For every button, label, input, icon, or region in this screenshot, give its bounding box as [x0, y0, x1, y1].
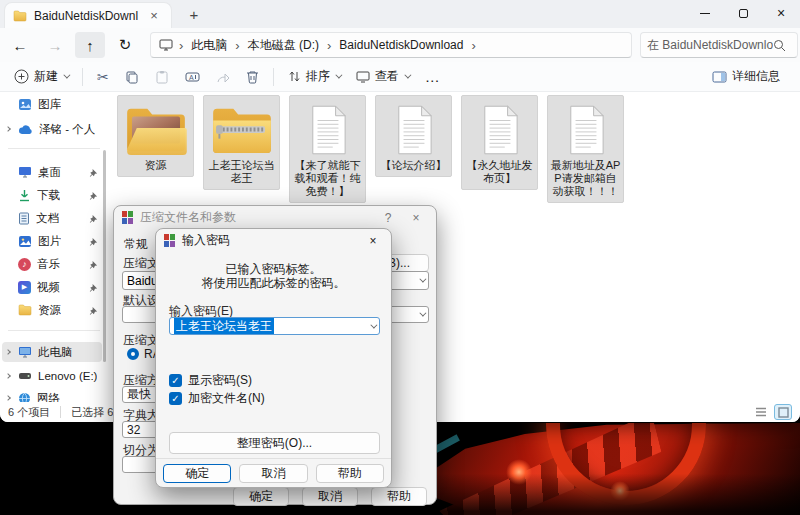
minimize-button[interactable]	[686, 0, 724, 26]
cut-button[interactable]: ✂	[89, 65, 117, 89]
back-button[interactable]: ←	[5, 32, 35, 58]
rename-button[interactable]: A	[177, 65, 208, 89]
expander-icon[interactable]	[5, 373, 11, 379]
minimize-icon	[700, 13, 710, 14]
rar-cancel-button[interactable]: 取消	[302, 487, 358, 506]
password-close-button[interactable]: ×	[361, 231, 385, 250]
folder-icon	[18, 304, 32, 316]
breadcrumb-separator: ›	[233, 38, 241, 53]
sidebar-item-music[interactable]: ♪ 音乐	[2, 254, 102, 274]
copy-button[interactable]	[117, 65, 147, 89]
sidebar-item-desktop[interactable]: 桌面	[2, 162, 102, 182]
sidebar-item-onedrive[interactable]: 泽铭 - 个人	[2, 119, 102, 139]
maximize-icon	[739, 9, 748, 18]
details-view-toggle[interactable]	[752, 404, 770, 420]
breadcrumb-separator: ›	[325, 38, 333, 53]
rar-ok-button[interactable]: 确定	[233, 487, 289, 506]
sidebar-item-label: 此电脑	[38, 345, 73, 360]
rar-tab-general[interactable]: 常规	[124, 236, 148, 253]
details-pane-button[interactable]: 详细信息	[704, 65, 788, 89]
delete-button[interactable]	[238, 65, 267, 89]
status-divider	[60, 406, 61, 418]
desktop-icon	[18, 166, 32, 178]
method-value: 最快	[127, 386, 151, 403]
share-button[interactable]	[208, 65, 238, 89]
sidebar-item-label: 下载	[37, 188, 60, 203]
expander-icon[interactable]	[5, 395, 11, 401]
maximize-button[interactable]	[724, 0, 762, 26]
rar-help-button-bottom[interactable]: 帮助	[371, 487, 427, 506]
file-tile-ziyuan[interactable]: 资源	[117, 95, 194, 177]
sidebar-item-pictures[interactable]: 图片	[2, 231, 102, 251]
search-input[interactable]	[647, 38, 773, 52]
text-file-icon	[481, 101, 519, 159]
sidebar-item-videos[interactable]: ▶ 视频	[2, 277, 102, 297]
refresh-button[interactable]: ↻	[110, 32, 140, 58]
file-name: 资源	[145, 159, 167, 172]
file-name: 【论坛介绍】	[381, 159, 447, 172]
breadcrumb-current-folder[interactable]: BaiduNetdiskDownload	[337, 38, 465, 52]
expander-icon[interactable]	[5, 126, 11, 132]
password-cancel-button[interactable]: 取消	[239, 464, 307, 483]
close-button[interactable]: ×	[762, 0, 800, 26]
gallery-icon	[18, 98, 32, 111]
rar-close-button[interactable]: ×	[404, 208, 428, 227]
sidebar-item-documents[interactable]: 文档	[2, 208, 102, 228]
breadcrumb-drive-d[interactable]: 本地磁盘 (D:)	[246, 37, 321, 54]
encrypt-filenames-checkbox[interactable]: ✓ 加密文件名(N)	[169, 390, 265, 407]
file-tile-txt-1[interactable]: 【来了就能下载和观看！纯免费！】	[289, 95, 366, 203]
paste-icon	[155, 70, 169, 84]
sort-button[interactable]: 排序	[280, 65, 348, 89]
sidebar-item-ziyuan-folder[interactable]: 资源	[2, 300, 102, 320]
tab-close-button[interactable]: ×	[145, 7, 163, 25]
sidebar-item-downloads[interactable]: 下载	[2, 185, 102, 205]
file-tile-zip[interactable]: 上老王论坛当老王	[203, 95, 280, 190]
sidebar-item-label: 文档	[36, 211, 59, 226]
view-button-label: 查看	[375, 68, 399, 85]
window-controls: ×	[686, 0, 800, 26]
pin-icon	[89, 168, 98, 177]
password-dialog-titlebar[interactable]: 输入密码	[156, 229, 391, 251]
new-button[interactable]: 新建	[6, 65, 76, 89]
up-button[interactable]: ↑	[75, 32, 105, 58]
sidebar-item-gallery[interactable]: 图库	[2, 94, 102, 114]
sidebar-item-lenovo-drive[interactable]: Lenovo (E:)	[2, 366, 102, 386]
tab-title: BaiduNetdiskDownload	[34, 9, 138, 23]
winrar-icon	[164, 234, 175, 247]
sidebar-item-this-pc[interactable]: 此电脑	[2, 342, 102, 362]
breadcrumb-this-pc[interactable]: 此电脑	[189, 37, 229, 54]
password-combobox[interactable]: 上老王论坛当老王	[169, 317, 380, 335]
password-help-button[interactable]: 帮助	[316, 464, 384, 483]
sidebar-item-label: 视频	[37, 280, 60, 295]
breadcrumb[interactable]: › 此电脑 › 本地磁盘 (D:) › BaiduNetdiskDownload…	[150, 32, 632, 58]
new-tab-button[interactable]: +	[182, 3, 206, 25]
file-tile-txt-4[interactable]: 最新地址及APP请发邮箱自动获取！！！	[547, 95, 624, 203]
more-options-button[interactable]: …	[417, 65, 448, 89]
password-ok-button[interactable]: 确定	[163, 464, 231, 483]
rar-help-button[interactable]: ?	[376, 208, 400, 227]
organize-passwords-button[interactable]: 整理密码(O)...	[169, 432, 380, 454]
large-icons-view-toggle[interactable]	[774, 404, 792, 420]
file-tile-txt-3[interactable]: 【永久地址发布页】	[461, 95, 538, 190]
sidebar-item-label: 图片	[38, 234, 61, 249]
search-box[interactable]	[640, 32, 798, 58]
view-button[interactable]: 查看	[348, 65, 417, 89]
forward-button[interactable]: →	[40, 32, 70, 58]
text-file-icon	[395, 101, 433, 159]
navigation-sidebar: 图库 泽铭 - 个人 桌面 下载 文档	[0, 92, 110, 402]
sidebar-scrollbar[interactable]	[103, 150, 106, 362]
paste-button[interactable]	[147, 65, 177, 89]
file-name: 最新地址及APP请发邮箱自动获取！！！	[550, 159, 621, 198]
explorer-tab[interactable]: BaiduNetdiskDownload ×	[4, 2, 172, 28]
sidebar-item-network[interactable]: 网络	[2, 388, 102, 402]
chevron-down-icon	[370, 321, 377, 328]
file-tile-txt-2[interactable]: 【论坛介绍】	[375, 95, 452, 177]
chevron-down-icon	[419, 310, 426, 317]
download-icon	[18, 189, 31, 202]
password-info-line2: 将使用匹配此标签的密码。	[156, 275, 391, 292]
folder-image-icon	[125, 101, 187, 159]
show-password-checkbox[interactable]: ✓ 显示密码(S)	[169, 372, 252, 389]
document-icon	[18, 212, 30, 225]
expander-icon[interactable]	[5, 349, 11, 355]
chevron-down-icon	[419, 276, 426, 283]
